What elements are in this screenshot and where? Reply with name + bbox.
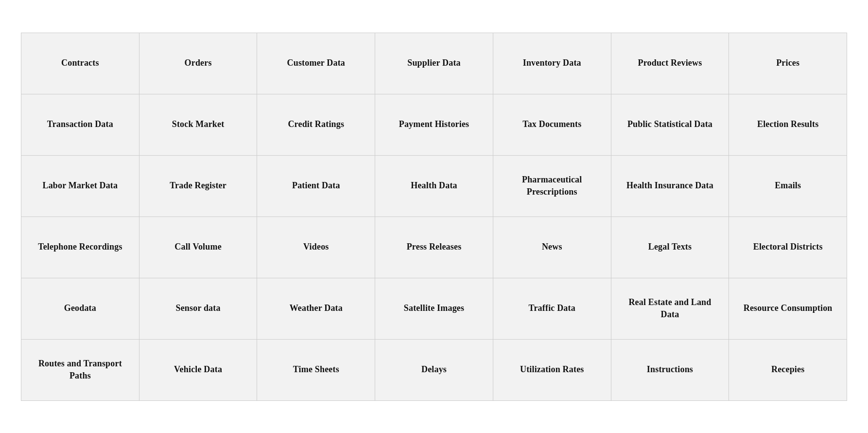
grid-cell: Trade Register: [139, 156, 258, 216]
grid-cell: Product Reviews: [611, 33, 729, 94]
grid-cell: Contracts: [21, 33, 139, 94]
grid-row: Telephone RecordingsCall VolumeVideosPre…: [21, 217, 847, 278]
grid-cell: Public Statistical Data: [611, 94, 729, 155]
grid-cell: Labor Market Data: [21, 156, 139, 216]
grid-cell: Videos: [257, 217, 375, 278]
grid-cell: Time Sheets: [257, 340, 375, 400]
grid-cell: Resource Consumption: [729, 278, 847, 339]
grid-cell: Weather Data: [257, 278, 375, 339]
grid-cell: Emails: [729, 156, 847, 216]
grid-cell: Electoral Districts: [729, 217, 847, 278]
grid-cell: Recepies: [729, 340, 847, 400]
grid-cell: Pharmaceutical Prescriptions: [493, 156, 611, 216]
grid-cell: Inventory Data: [493, 33, 611, 94]
grid-cell: Satellite Images: [375, 278, 493, 339]
grid-cell: Health Insurance Data: [611, 156, 729, 216]
grid-cell: Patient Data: [257, 156, 375, 216]
grid-cell: Transaction Data: [21, 94, 139, 155]
grid-row: Labor Market DataTrade RegisterPatient D…: [21, 156, 847, 217]
grid-row: Routes and Transport PathsVehicle DataTi…: [21, 340, 847, 400]
grid-cell: News: [493, 217, 611, 278]
grid-cell: Election Results: [729, 94, 847, 155]
grid-cell: Health Data: [375, 156, 493, 216]
grid-cell: Utilization Rates: [493, 340, 611, 400]
grid-cell: Geodata: [21, 278, 139, 339]
grid-cell: Instructions: [611, 340, 729, 400]
grid-cell: Stock Market: [139, 94, 258, 155]
grid-cell: Sensor data: [139, 278, 258, 339]
grid-row: GeodataSensor dataWeather DataSatellite …: [21, 278, 847, 340]
grid-cell: Telephone Recordings: [21, 217, 139, 278]
grid-row: ContractsOrdersCustomer DataSupplier Dat…: [21, 33, 847, 94]
grid-cell: Customer Data: [257, 33, 375, 94]
grid-cell: Vehicle Data: [139, 340, 258, 400]
data-grid: ContractsOrdersCustomer DataSupplier Dat…: [21, 33, 847, 401]
grid-cell: Traffic Data: [493, 278, 611, 339]
grid-cell: Routes and Transport Paths: [21, 340, 139, 400]
grid-cell: Call Volume: [139, 217, 258, 278]
grid-cell: Supplier Data: [375, 33, 493, 94]
grid-row: Transaction DataStock MarketCredit Ratin…: [21, 94, 847, 156]
grid-cell: Delays: [375, 340, 493, 400]
grid-cell: Prices: [729, 33, 847, 94]
grid-cell: Tax Documents: [493, 94, 611, 155]
grid-cell: Press Releases: [375, 217, 493, 278]
grid-cell: Real Estate and Land Data: [611, 278, 729, 339]
grid-cell: Credit Ratings: [257, 94, 375, 155]
grid-cell: Payment Histories: [375, 94, 493, 155]
grid-cell: Legal Texts: [611, 217, 729, 278]
grid-cell: Orders: [139, 33, 258, 94]
